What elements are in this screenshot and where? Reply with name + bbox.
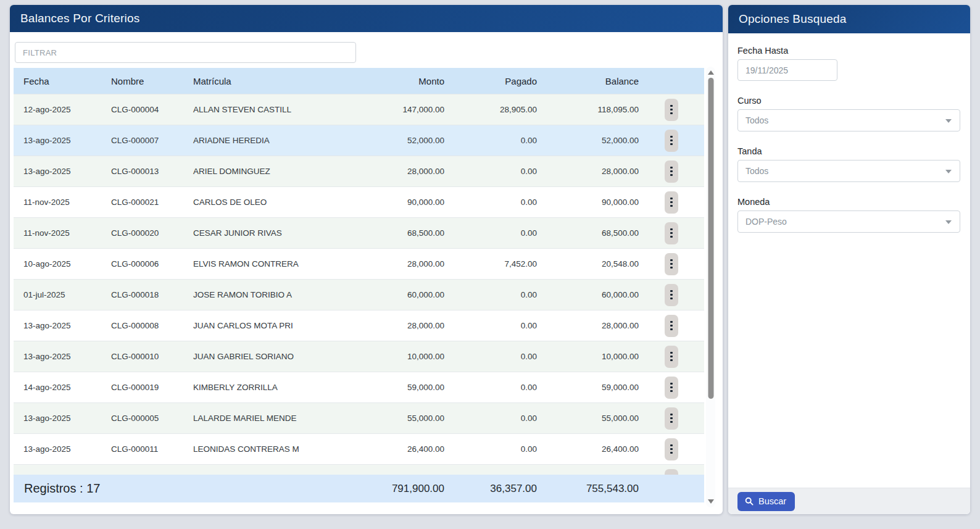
- total-balance: 755,543.00: [537, 483, 639, 495]
- tanda-label: Tanda: [737, 146, 960, 156]
- cell-pagado: 0.00: [444, 321, 537, 330]
- table-row[interactable]: 13-ago-2025CLG-000010JUAN GABRIEL SORIAN…: [14, 341, 704, 372]
- row-menu-button[interactable]: [665, 130, 678, 152]
- cell-fecha: 13-ago-2025: [14, 352, 111, 361]
- row-menu-button[interactable]: [665, 99, 678, 121]
- filter-input[interactable]: [15, 42, 356, 63]
- row-menu-button[interactable]: [665, 377, 678, 399]
- cell-fecha: 12-ago-2025: [14, 105, 111, 114]
- balances-panel-body: Fecha Nombre Matrícula Monto Pagado Bala…: [10, 32, 723, 502]
- cell-monto: 28,000.00: [339, 167, 444, 176]
- balances-table: Fecha Nombre Matrícula Monto Pagado Bala…: [14, 68, 704, 502]
- search-options-footer: Buscar: [728, 488, 970, 514]
- cell-matricula: JUAN CARLOS MOTA PRI: [193, 321, 339, 330]
- total-pagado: 36,357.00: [444, 483, 537, 495]
- search-icon: [745, 497, 754, 506]
- curso-label: Curso: [737, 96, 960, 106]
- cell-fecha: 13-ago-2025: [14, 167, 111, 176]
- kebab-menu-icon: [670, 228, 673, 231]
- table-row[interactable]: 11-nov-2025CLG-000021CARLOS DE OLEO90,00…: [14, 186, 704, 217]
- table-row[interactable]: 10-ago-2025CLG-000006ELVIS RAMON CONTRER…: [14, 248, 704, 279]
- cell-pagado: 7,452.00: [444, 259, 537, 269]
- scrollbar-thumb[interactable]: [708, 78, 713, 399]
- cell-matricula: JUAN GABRIEL SORIANO: [193, 352, 339, 361]
- kebab-menu-icon: [670, 444, 673, 447]
- cell-nombre: CLG-000013: [111, 167, 193, 176]
- cell-actions: [639, 99, 704, 121]
- moneda-select[interactable]: DOP-Peso: [737, 210, 960, 233]
- cell-matricula: LALARDE MARIEL MENDE: [193, 414, 339, 423]
- cell-monto: 28,000.00: [339, 321, 444, 330]
- search-options-header: Opciones Busqueda: [728, 5, 970, 33]
- cell-balance: 28,000.00: [537, 321, 639, 330]
- cell-balance: 28,000.00: [537, 167, 639, 176]
- balances-panel: Balances Por Criterios Fecha Nombre Matr…: [10, 5, 723, 514]
- table-row[interactable]: 11-nov-2025CLG-000020CESAR JUNIOR RIVAS6…: [14, 217, 704, 248]
- total-monto: 791,900.00: [339, 483, 444, 495]
- row-menu-button[interactable]: [665, 284, 678, 306]
- table-row[interactable]: 13-ago-2025CLG-000011LEONIDAS CONTRERAS …: [14, 433, 704, 464]
- records-count: Registros : 17: [14, 481, 339, 496]
- scrollbar-up-arrow-icon[interactable]: [708, 70, 714, 75]
- column-header-matricula: Matrícula: [193, 76, 339, 86]
- moneda-select-value: DOP-Peso: [745, 217, 787, 227]
- buscar-button-label: Buscar: [758, 496, 786, 506]
- row-menu-button[interactable]: [665, 469, 678, 475]
- cell-fecha: 14-ago-2025: [14, 383, 111, 392]
- kebab-menu-icon: [670, 105, 673, 107]
- row-menu-button[interactable]: [665, 253, 678, 275]
- row-menu-button[interactable]: [665, 438, 678, 460]
- table-scrollbar[interactable]: [706, 67, 715, 507]
- kebab-menu-icon: [670, 290, 673, 293]
- cell-monto: 68,500.00: [339, 228, 444, 238]
- row-menu-button[interactable]: [665, 160, 678, 183]
- cell-pagado: 0.00: [444, 290, 537, 299]
- table-row[interactable]: 12-ago-2025CLG-000004ALLAN STEVEN CASTIL…: [14, 94, 704, 125]
- cell-pagado: 0.00: [444, 444, 537, 454]
- cell-nombre: CLG-000021: [111, 198, 193, 207]
- buscar-button[interactable]: Buscar: [737, 492, 795, 511]
- search-options-panel: Opciones Busqueda Fecha Hasta Curso Todo…: [728, 5, 970, 514]
- moneda-label: Moneda: [737, 197, 960, 207]
- tanda-select[interactable]: Todos: [737, 160, 960, 182]
- table-row[interactable]: 13-ago-2025CLG-000005LALARDE MARIEL MEND…: [14, 402, 704, 433]
- table-row[interactable]: 13-ago-2025CLG-000007ARIADNE HEREDIA52,0…: [14, 125, 704, 156]
- cell-balance: 90,000.00: [537, 198, 639, 207]
- kebab-menu-icon: [670, 259, 673, 262]
- table-row[interactable]: 14-ago-2025CLG-000019KIMBERLY ZORRILLA59…: [14, 372, 704, 402]
- table-row[interactable]: 13-ago-2025CLG-000008JUAN CARLOS MOTA PR…: [14, 310, 704, 341]
- table-header-row: Fecha Nombre Matrícula Monto Pagado Bala…: [14, 68, 704, 94]
- row-menu-button[interactable]: [665, 315, 678, 337]
- cell-pagado: 0.00: [444, 383, 537, 392]
- cell-monto: 10,000.00: [339, 352, 444, 361]
- curso-group: Curso Todos: [737, 96, 960, 131]
- kebab-menu-icon: [670, 414, 673, 416]
- row-menu-button[interactable]: [665, 346, 678, 368]
- cell-actions: [639, 377, 704, 399]
- cell-matricula: ALLAN STEVEN CASTILL: [193, 105, 339, 114]
- fecha-hasta-input[interactable]: [737, 59, 837, 81]
- cell-actions: [639, 160, 704, 183]
- row-menu-button[interactable]: [665, 222, 678, 244]
- table-row[interactable]: 01-jul-2025CLG-000018JOSE RAMON TORIBIO …: [14, 279, 704, 310]
- cell-pagado: 0.00: [444, 228, 537, 238]
- cell-actions: [639, 407, 704, 430]
- cell-monto: 90,000.00: [339, 198, 444, 207]
- cell-nombre: CLG-000011: [111, 444, 193, 454]
- cell-actions: [639, 222, 704, 244]
- column-header-pagado: Pagado: [444, 76, 537, 86]
- cell-balance: 59,000.00: [537, 383, 639, 392]
- cell-fecha: 01-jul-2025: [14, 290, 111, 299]
- row-menu-button[interactable]: [665, 407, 678, 430]
- cell-actions: [639, 315, 704, 337]
- curso-select[interactable]: Todos: [737, 109, 960, 131]
- cell-monto: 55,000.00: [339, 414, 444, 423]
- table-row[interactable]: 13-ago-2025CLG-000013ARIEL DOMINGUEZ28,0…: [14, 156, 704, 186]
- cell-fecha: 13-ago-2025: [14, 444, 111, 454]
- chevron-down-icon: [945, 220, 952, 224]
- cell-nombre: CLG-000019: [111, 383, 193, 392]
- cell-pagado: 0.00: [444, 136, 537, 145]
- scrollbar-down-arrow-icon[interactable]: [708, 499, 714, 504]
- cell-fecha: 13-ago-2025: [14, 414, 111, 423]
- row-menu-button[interactable]: [665, 191, 678, 214]
